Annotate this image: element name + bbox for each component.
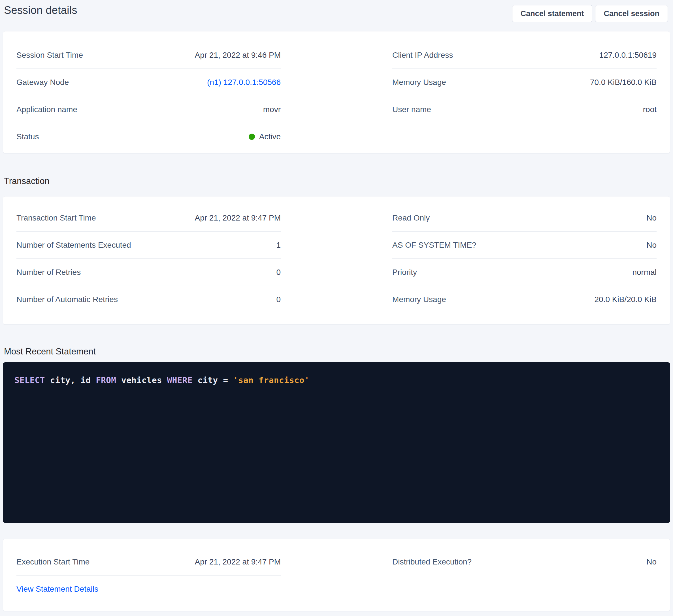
detail-row-session-start-time: Session Start TimeApr 21, 2022 at 9:46 P… bbox=[16, 42, 281, 69]
row-value: root bbox=[643, 104, 657, 115]
detail-row-memory-usage: Memory Usage70.0 KiB/160.0 KiB bbox=[392, 69, 657, 96]
detail-row-memory-usage: Memory Usage20.0 KiB/20.0 KiB bbox=[392, 286, 657, 313]
row-value: normal bbox=[632, 267, 657, 277]
row-value: No bbox=[646, 213, 657, 223]
link-row: View Statement Details bbox=[16, 576, 281, 603]
header-actions: Cancel statement Cancel session bbox=[509, 5, 668, 22]
row-value: Active bbox=[249, 131, 281, 142]
row-label: Memory Usage bbox=[392, 77, 446, 87]
sql-token-keyword: FROM bbox=[96, 375, 116, 385]
row-value: Apr 21, 2022 at 9:46 PM bbox=[195, 50, 281, 60]
page-header: Session details Cancel statement Cancel … bbox=[3, 0, 670, 31]
status-text: Active bbox=[259, 131, 281, 142]
detail-row-distributed-execution: Distributed Execution?No bbox=[392, 548, 657, 576]
row-label: Gateway Node bbox=[16, 77, 69, 87]
detail-row-gateway-node: Gateway Node(n1) 127.0.0.1:50566 bbox=[16, 69, 281, 96]
row-label: Execution Start Time bbox=[16, 557, 89, 567]
status-active-dot-icon bbox=[249, 133, 255, 140]
row-value: No bbox=[646, 557, 657, 567]
sql-statement-text: SELECT city, id FROM vehicles WHERE city… bbox=[14, 375, 309, 385]
page-title: Session details bbox=[4, 3, 77, 17]
row-value: No bbox=[646, 240, 657, 250]
sql-token-keyword: SELECT bbox=[14, 375, 45, 385]
row-value: 20.0 KiB/20.0 KiB bbox=[595, 294, 657, 305]
cancel-session-button[interactable]: Cancel session bbox=[595, 5, 668, 22]
detail-row-client-ip-address: Client IP Address127.0.0.1:50619 bbox=[392, 42, 657, 69]
detail-row-user-name: User nameroot bbox=[392, 96, 657, 123]
sql-token-string: 'san francisco' bbox=[233, 375, 309, 385]
row-label: Session Start Time bbox=[16, 50, 83, 60]
row-value: Apr 21, 2022 at 9:47 PM bbox=[195, 213, 281, 223]
row-value: 70.0 KiB/160.0 KiB bbox=[590, 77, 657, 87]
row-label: Application name bbox=[16, 104, 77, 115]
detail-row-number-of-statements-executed: Number of Statements Executed1 bbox=[16, 232, 281, 259]
row-label: Read Only bbox=[392, 213, 430, 223]
detail-row-application-name: Application namemovr bbox=[16, 96, 281, 123]
sql-token-plain: vehicles bbox=[116, 375, 167, 385]
detail-row-execution-start-time: Execution Start TimeApr 21, 2022 at 9:47… bbox=[16, 548, 281, 576]
session-card-left-column: Session Start TimeApr 21, 2022 at 9:46 P… bbox=[16, 42, 281, 150]
gateway-node-link[interactable]: (n1) 127.0.0.1:50566 bbox=[207, 77, 281, 87]
row-label: Distributed Execution? bbox=[392, 557, 472, 567]
detail-row-read-only: Read OnlyNo bbox=[392, 205, 657, 232]
sql-token-plain: city = bbox=[193, 375, 233, 385]
row-label: AS OF SYSTEM TIME? bbox=[392, 240, 476, 250]
cancel-statement-button[interactable]: Cancel statement bbox=[512, 5, 593, 22]
statement-section-heading: Most Recent Statement bbox=[4, 346, 670, 357]
row-label: Number of Statements Executed bbox=[16, 240, 131, 250]
row-value: 127.0.0.1:50619 bbox=[599, 50, 657, 60]
session-card-right-column: Client IP Address127.0.0.1:50619Memory U… bbox=[392, 42, 657, 123]
detail-row-number-of-automatic-retries: Number of Automatic Retries0 bbox=[16, 286, 281, 313]
row-value: Apr 21, 2022 at 9:47 PM bbox=[195, 557, 281, 567]
session-summary-card: Session Start TimeApr 21, 2022 at 9:46 P… bbox=[3, 31, 670, 153]
row-value: 0 bbox=[276, 267, 281, 277]
row-value: 0 bbox=[276, 294, 281, 305]
sql-statement-box: SELECT city, id FROM vehicles WHERE city… bbox=[3, 362, 670, 523]
row-label: User name bbox=[392, 104, 431, 115]
row-label: Number of Automatic Retries bbox=[16, 294, 118, 305]
view-statement-details-link[interactable]: View Statement Details bbox=[16, 584, 98, 594]
detail-row-priority: Prioritynormal bbox=[392, 259, 657, 286]
session-details-page: Session details Cancel statement Cancel … bbox=[0, 0, 673, 611]
execution-card-right-column: Distributed Execution?No bbox=[392, 548, 657, 576]
transaction-card: Transaction Start TimeApr 21, 2022 at 9:… bbox=[3, 196, 670, 325]
row-label: Transaction Start Time bbox=[16, 213, 96, 223]
row-label: Status bbox=[16, 131, 39, 142]
sql-token-plain: city, id bbox=[45, 375, 96, 385]
row-value: movr bbox=[263, 104, 281, 115]
detail-row-status: StatusActive bbox=[16, 123, 281, 150]
row-label: Priority bbox=[392, 267, 417, 277]
transaction-section-heading: Transaction bbox=[4, 176, 670, 187]
row-value: 1 bbox=[276, 240, 281, 250]
execution-card-left-column: Execution Start TimeApr 21, 2022 at 9:47… bbox=[16, 548, 281, 603]
detail-row-as-of-system-time: AS OF SYSTEM TIME?No bbox=[392, 232, 657, 259]
transaction-card-left-column: Transaction Start TimeApr 21, 2022 at 9:… bbox=[16, 205, 281, 313]
detail-row-transaction-start-time: Transaction Start TimeApr 21, 2022 at 9:… bbox=[16, 205, 281, 232]
row-label: Memory Usage bbox=[392, 294, 446, 305]
sql-token-keyword: WHERE bbox=[167, 375, 193, 385]
detail-row-number-of-retries: Number of Retries0 bbox=[16, 259, 281, 286]
row-label: Number of Retries bbox=[16, 267, 81, 277]
row-label: Client IP Address bbox=[392, 50, 453, 60]
transaction-card-right-column: Read OnlyNoAS OF SYSTEM TIME?NoPriorityn… bbox=[392, 205, 657, 313]
execution-card: Execution Start TimeApr 21, 2022 at 9:47… bbox=[3, 539, 670, 611]
